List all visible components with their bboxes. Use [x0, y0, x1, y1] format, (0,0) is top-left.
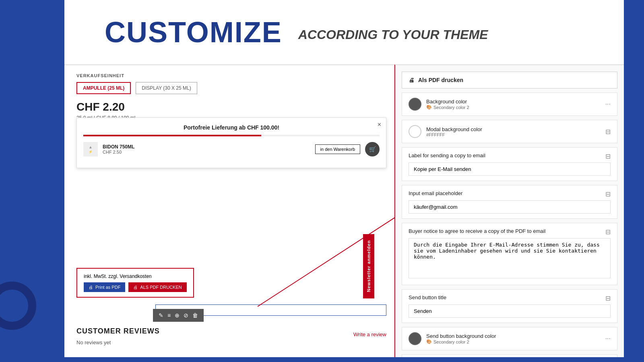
input-email-placeholder-input[interactable]	[409, 200, 611, 214]
send-btn-palette-icon: 🎨	[426, 339, 432, 344]
item-info: BIDON 750ML CHF 2.50	[103, 144, 310, 154]
popup-cart-item: ▲⚡ BIDON 750ML CHF 2.50 in den Warenkorb…	[83, 142, 380, 156]
delivery-progress-fill	[83, 135, 261, 136]
print-pdf-buttons: 🖨 Print as PDF 🖨 ALS PDF DRUCKEN	[84, 282, 187, 292]
buyer-notice-db-icon[interactable]: ⊟	[605, 228, 611, 236]
send-btn-title-label: Send button title	[409, 294, 446, 300]
background-color-sub: 🎨 Secondary color 2	[426, 105, 601, 110]
als-pdf-drucken-button[interactable]: 🖨 ALS PDF DRUCKEN	[128, 282, 186, 292]
send-btn-bg-swatch[interactable]	[409, 332, 421, 345]
right-sidebar-decoration	[624, 0, 644, 362]
print-icon: 🖨	[89, 285, 93, 290]
item-name: BIDON 750ML	[103, 144, 310, 150]
delivery-text: Portofreie Lieferung ab CHF 100.00!	[83, 124, 380, 131]
product-price-main: CHF 2.20	[76, 101, 382, 113]
printer-icon: 🖨	[409, 77, 414, 83]
settings-panel: 🖨 Als PDF drucken Background color 🎨 Sec…	[394, 64, 624, 362]
send-btn-bg-more[interactable]: ···	[605, 335, 611, 342]
item-price: CHF 2.50	[103, 150, 310, 154]
unit-btn-ampulle[interactable]: AMPULLE (25 ML)	[76, 82, 131, 94]
toolbar-edit-icon[interactable]: ✎	[159, 312, 163, 319]
label-sending-copy-label: Label for sending a copy to email	[409, 152, 485, 158]
label-sending-copy-input[interactable]	[409, 162, 611, 176]
mini-cart-popup: × Portofreie Lieferung ab CHF 100.00! ▲⚡…	[76, 117, 386, 168]
page-subtitle: ACCORDING TO YOUR THEME	[298, 23, 488, 42]
product-panel: VERKAUFSEINHEIT AMPULLE (25 ML) DISPLAY …	[64, 64, 394, 362]
modal-bg-label: Modal background color	[426, 126, 601, 132]
background-color-more[interactable]: ···	[605, 101, 611, 108]
background-color-swatch[interactable]	[409, 98, 421, 111]
modal-bg-color-item: Modal background color #FFFFFF ⊟	[402, 120, 617, 143]
als-pdf-top-button[interactable]: 🖨 Als PDF drucken	[402, 72, 617, 88]
write-review-link[interactable]: Write a review	[353, 331, 386, 337]
send-btn-title-input[interactable]	[409, 304, 611, 318]
page-title: CUSTOMIZE	[105, 16, 282, 49]
modal-bg-swatch[interactable]	[409, 125, 421, 138]
customer-reviews-section: CUSTOMER REVIEWS No reviews yet Write a …	[76, 327, 386, 346]
cart-circle-icon: 🛒	[365, 142, 380, 156]
delivery-progress-bar	[83, 135, 380, 136]
background-color-label-group: Background color 🎨 Secondary color 2	[426, 99, 601, 110]
input-email-placeholder-item: Input email placeholder ⊟	[402, 185, 617, 219]
modal-bg-db-icon[interactable]: ⊟	[605, 128, 611, 136]
toolbar-icons: ✎ ≡ ⊕ ⊘ 🗑	[153, 309, 204, 322]
modal-bg-label-group: Modal background color #FFFFFF	[426, 126, 601, 137]
send-btn-title-item: Send button title ⊟	[402, 289, 617, 323]
bottom-bar	[0, 357, 644, 362]
modal-bg-value: #FFFFFF	[426, 132, 601, 137]
background-color-item: Background color 🎨 Secondary color 2 ···	[402, 93, 617, 116]
print-as-pdf-button[interactable]: 🖨 Print as PDF	[84, 282, 125, 292]
header: CUSTOMIZE ACCORDING TO YOUR THEME	[64, 0, 644, 64]
toolbar-slash-icon[interactable]: ⊘	[184, 312, 188, 319]
print-pdf-section: inkl. MwSt. zzgl. Versandkosten 🖨 Print …	[76, 268, 194, 298]
buyer-notice-textarea[interactable]: Durch die Eingabe Ihrer E-Mail-Adresse s…	[409, 238, 611, 278]
send-btn-bg-color-item: Send button background color 🎨 Secondary…	[402, 327, 617, 350]
send-btn-bg-label-group: Send button background color 🎨 Secondary…	[426, 333, 601, 344]
item-add-to-cart-button[interactable]: in den Warenkorb	[315, 144, 360, 154]
toolbar-link-icon[interactable]: ⊕	[175, 312, 180, 319]
toolbar-list-icon[interactable]: ≡	[167, 312, 171, 319]
send-btn-title-db-icon[interactable]: ⊟	[605, 294, 611, 302]
newsletter-label: Newsletter anmelden	[366, 240, 371, 292]
palette-icon: 🎨	[426, 105, 432, 110]
unit-btn-display[interactable]: DISPLAY (30 X 25 ML)	[136, 82, 197, 94]
reviews-title: CUSTOMER REVIEWS	[76, 327, 386, 335]
popup-close-button[interactable]: ×	[378, 121, 381, 128]
send-btn-bg-sub: 🎨 Secondary color 2	[426, 339, 601, 344]
input-email-placeholder-db-icon[interactable]: ⊟	[605, 190, 611, 198]
no-reviews-text: No reviews yet	[76, 339, 111, 346]
verkaufs-label: VERKAUFSEINHEIT	[76, 73, 382, 78]
unit-buttons: AMPULLE (25 ML) DISPLAY (30 X 25 ML)	[76, 82, 382, 94]
background-color-label: Background color	[426, 99, 601, 105]
label-sending-copy-item: Label for sending a copy to email ⊟	[402, 147, 617, 181]
buyer-notice-item: Buyer notice to agree to receive a copy …	[402, 223, 617, 285]
newsletter-tab[interactable]: Newsletter anmelden	[363, 234, 374, 298]
input-email-placeholder-label: Input email placeholder	[409, 190, 462, 196]
main-content: VERKAUFSEINHEIT AMPULLE (25 ML) DISPLAY …	[64, 64, 624, 362]
print-pdf-label: inkl. MwSt. zzgl. Versandkosten	[84, 274, 187, 279]
label-sending-copy-db-icon[interactable]: ⊟	[605, 152, 611, 160]
toolbar-delete-icon[interactable]: 🗑	[192, 312, 198, 319]
send-btn-bg-label: Send button background color	[426, 333, 601, 339]
print-red-icon: 🖨	[133, 285, 138, 290]
item-thumbnail: ▲⚡	[83, 142, 98, 156]
buyer-notice-label: Buyer notice to agree to receive a copy …	[409, 228, 545, 234]
